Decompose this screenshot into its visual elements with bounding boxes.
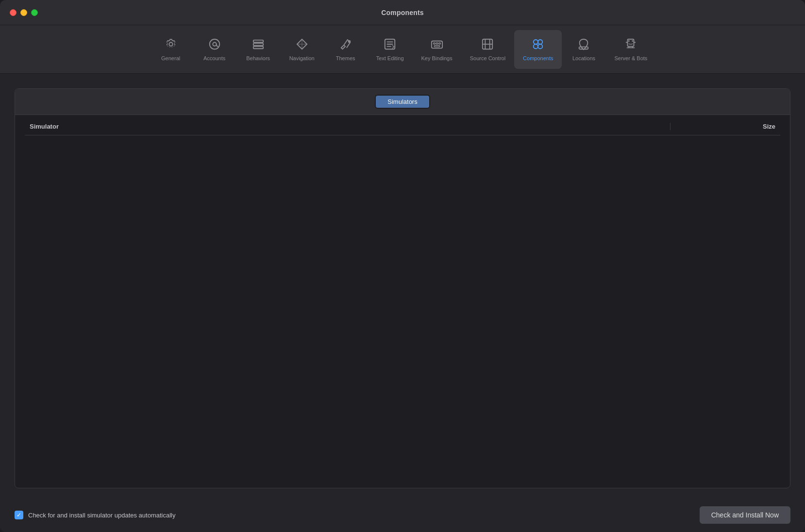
column-size-header: Size bbox=[678, 123, 775, 130]
tab-behaviors-label: Behaviors bbox=[246, 55, 270, 61]
table-area: Simulator Size bbox=[15, 115, 790, 488]
gear-icon bbox=[165, 38, 177, 52]
tab-text-editing[interactable]: Text Editing bbox=[368, 30, 413, 69]
text-editing-icon bbox=[384, 38, 396, 52]
tab-accounts-label: Accounts bbox=[203, 55, 225, 61]
tab-text-editing-label: Text Editing bbox=[376, 55, 404, 61]
segment-bar: Simulators bbox=[15, 89, 790, 115]
at-icon bbox=[208, 38, 221, 52]
tab-source-control-label: Source Control bbox=[470, 55, 505, 61]
tab-general-label: General bbox=[161, 55, 180, 61]
tab-behaviors[interactable]: Behaviors bbox=[236, 30, 280, 69]
tab-locations-label: Locations bbox=[572, 55, 595, 61]
tab-accounts[interactable]: Accounts bbox=[193, 30, 236, 69]
auto-update-row: ✓ Check for and install simulator update… bbox=[15, 511, 175, 519]
auto-update-label: Check for and install simulator updates … bbox=[28, 512, 175, 519]
check-install-button[interactable]: Check and Install Now bbox=[700, 506, 790, 524]
close-button[interactable] bbox=[10, 9, 17, 16]
svg-rect-20 bbox=[579, 47, 588, 49]
svg-point-18 bbox=[534, 44, 538, 49]
tab-server-bots[interactable]: Server & Bots bbox=[605, 30, 656, 69]
segment-simulators[interactable]: Simulators bbox=[376, 96, 429, 108]
svg-rect-21 bbox=[628, 39, 634, 46]
app-window: Components General Accounts bbox=[0, 0, 805, 532]
server-bots-icon bbox=[624, 38, 637, 52]
svg-point-23 bbox=[632, 40, 634, 42]
maximize-button[interactable] bbox=[31, 9, 38, 16]
svg-rect-8 bbox=[433, 43, 435, 44]
svg-point-19 bbox=[538, 44, 542, 49]
svg-rect-4 bbox=[253, 46, 263, 49]
components-icon bbox=[532, 38, 544, 52]
column-divider bbox=[670, 123, 671, 130]
svg-rect-11 bbox=[434, 45, 439, 47]
svg-point-17 bbox=[538, 39, 542, 44]
tab-locations[interactable]: Locations bbox=[562, 30, 605, 69]
svg-rect-3 bbox=[253, 43, 263, 46]
tab-source-control[interactable]: Source Control bbox=[461, 30, 514, 69]
svg-point-16 bbox=[534, 39, 538, 44]
content-panel: Simulators Simulator Size bbox=[15, 88, 790, 488]
tab-components[interactable]: Components bbox=[514, 30, 562, 69]
bottom-bar: ✓ Check for and install simulator update… bbox=[0, 498, 805, 532]
tab-navigation[interactable]: Navigation bbox=[280, 30, 324, 69]
tab-key-bindings-label: Key Bindings bbox=[421, 55, 453, 61]
checkbox-checkmark: ✓ bbox=[17, 512, 21, 518]
tab-navigation-label: Navigation bbox=[289, 55, 315, 61]
svg-point-1 bbox=[213, 42, 216, 46]
tab-components-label: Components bbox=[523, 55, 553, 61]
themes-icon bbox=[339, 38, 352, 52]
svg-rect-10 bbox=[438, 43, 440, 44]
minimize-button[interactable] bbox=[20, 9, 27, 16]
behaviors-icon bbox=[252, 38, 265, 52]
auto-update-checkbox[interactable]: ✓ bbox=[15, 511, 23, 519]
column-simulator-header: Simulator bbox=[30, 123, 662, 130]
tab-themes[interactable]: Themes bbox=[324, 30, 368, 69]
window-title: Components bbox=[381, 9, 424, 17]
tab-server-bots-label: Server & Bots bbox=[614, 55, 647, 61]
svg-point-0 bbox=[209, 39, 219, 49]
tab-general[interactable]: General bbox=[149, 30, 193, 69]
table-header: Simulator Size bbox=[25, 123, 780, 135]
table-body bbox=[25, 135, 780, 488]
svg-rect-9 bbox=[436, 43, 438, 44]
source-control-icon bbox=[481, 38, 494, 52]
navigation-icon bbox=[296, 38, 308, 52]
key-bindings-icon bbox=[431, 38, 443, 52]
titlebar: Components bbox=[0, 0, 805, 25]
tab-key-bindings[interactable]: Key Bindings bbox=[413, 30, 461, 69]
svg-rect-2 bbox=[253, 40, 263, 42]
tab-themes-label: Themes bbox=[336, 55, 355, 61]
main-content: Simulators Simulator Size bbox=[0, 74, 805, 498]
locations-icon bbox=[577, 38, 590, 52]
traffic-lights bbox=[10, 9, 38, 16]
segment-control: Simulators bbox=[375, 95, 430, 109]
svg-point-22 bbox=[628, 40, 630, 42]
toolbar: General Accounts Behaviors bbox=[0, 25, 805, 74]
